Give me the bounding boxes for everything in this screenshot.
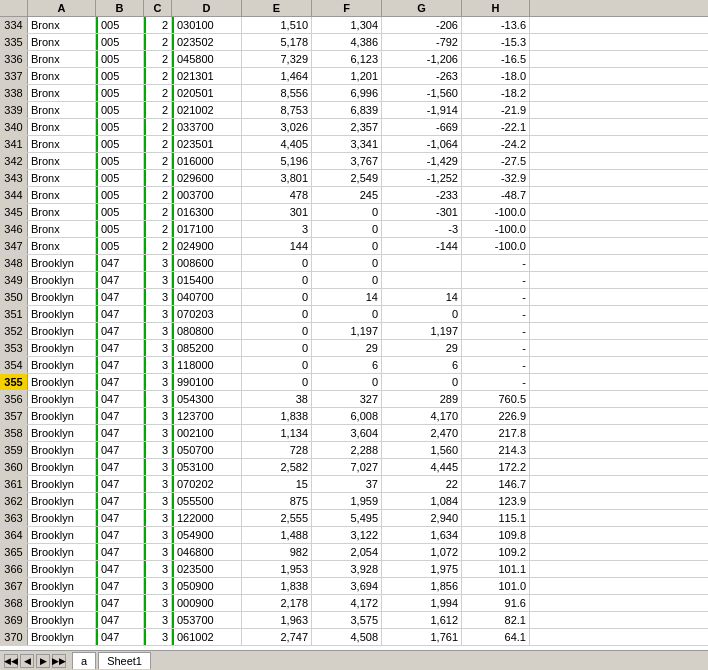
cell-e[interactable]: 8,556 bbox=[242, 85, 312, 101]
cell-d[interactable]: 033700 bbox=[172, 119, 242, 135]
cell-g[interactable]: -144 bbox=[382, 238, 462, 254]
table-row[interactable]: 341Bronx00520235014,4053,341-1,064-24.2 bbox=[0, 136, 708, 153]
cell-d[interactable]: 003700 bbox=[172, 187, 242, 203]
cell-g[interactable]: -206 bbox=[382, 17, 462, 33]
cell-borough[interactable]: Brooklyn bbox=[28, 289, 96, 305]
cell-b[interactable]: 047 bbox=[96, 612, 144, 628]
cell-d[interactable]: 055500 bbox=[172, 493, 242, 509]
cell-d[interactable]: 020501 bbox=[172, 85, 242, 101]
table-row[interactable]: 352Brooklyn047308080001,1971,197- bbox=[0, 323, 708, 340]
table-row[interactable]: 366Brooklyn04730235001,9533,9281,975101.… bbox=[0, 561, 708, 578]
cell-h[interactable]: 64.1 bbox=[462, 629, 530, 645]
cell-borough[interactable]: Bronx bbox=[28, 68, 96, 84]
cell-borough[interactable]: Bronx bbox=[28, 102, 96, 118]
cell-c[interactable]: 3 bbox=[144, 357, 172, 373]
cell-b[interactable]: 047 bbox=[96, 306, 144, 322]
cell-g[interactable] bbox=[382, 255, 462, 271]
cell-e[interactable]: 5,178 bbox=[242, 34, 312, 50]
cell-borough[interactable]: Brooklyn bbox=[28, 476, 96, 492]
cell-c[interactable]: 3 bbox=[144, 629, 172, 645]
cell-h[interactable]: - bbox=[462, 289, 530, 305]
cell-f[interactable]: 6,008 bbox=[312, 408, 382, 424]
cell-c[interactable]: 3 bbox=[144, 323, 172, 339]
cell-e[interactable]: 982 bbox=[242, 544, 312, 560]
cell-c[interactable]: 3 bbox=[144, 527, 172, 543]
cell-c[interactable]: 3 bbox=[144, 391, 172, 407]
cell-e[interactable]: 1,963 bbox=[242, 612, 312, 628]
cell-d[interactable]: 990100 bbox=[172, 374, 242, 390]
cell-e[interactable]: 3 bbox=[242, 221, 312, 237]
cell-d[interactable]: 023501 bbox=[172, 136, 242, 152]
cell-e[interactable]: 1,838 bbox=[242, 408, 312, 424]
cell-g[interactable]: 2,940 bbox=[382, 510, 462, 526]
cell-f[interactable]: 0 bbox=[312, 306, 382, 322]
table-row[interactable]: 360Brooklyn04730531002,5827,0274,445172.… bbox=[0, 459, 708, 476]
cell-b[interactable]: 005 bbox=[96, 136, 144, 152]
cell-e[interactable]: 478 bbox=[242, 187, 312, 203]
cell-h[interactable]: -18.0 bbox=[462, 68, 530, 84]
cell-b[interactable]: 005 bbox=[96, 51, 144, 67]
cell-g[interactable]: -792 bbox=[382, 34, 462, 50]
cell-e[interactable]: 5,196 bbox=[242, 153, 312, 169]
cell-borough[interactable]: Brooklyn bbox=[28, 425, 96, 441]
cell-c[interactable]: 2 bbox=[144, 102, 172, 118]
cell-e[interactable]: 875 bbox=[242, 493, 312, 509]
table-row[interactable]: 369Brooklyn04730537001,9633,5751,61282.1 bbox=[0, 612, 708, 629]
cell-b[interactable]: 005 bbox=[96, 204, 144, 220]
cell-d[interactable]: 021002 bbox=[172, 102, 242, 118]
col-header-g[interactable]: G bbox=[382, 0, 462, 16]
cell-c[interactable]: 3 bbox=[144, 425, 172, 441]
cell-f[interactable]: 2,288 bbox=[312, 442, 382, 458]
cell-h[interactable]: 217.8 bbox=[462, 425, 530, 441]
cell-e[interactable]: 1,464 bbox=[242, 68, 312, 84]
cell-h[interactable]: 101.1 bbox=[462, 561, 530, 577]
cell-f[interactable]: 5,495 bbox=[312, 510, 382, 526]
cell-e[interactable]: 301 bbox=[242, 204, 312, 220]
cell-c[interactable]: 3 bbox=[144, 459, 172, 475]
cell-borough[interactable]: Bronx bbox=[28, 221, 96, 237]
cell-h[interactable]: -13.6 bbox=[462, 17, 530, 33]
cell-borough[interactable]: Brooklyn bbox=[28, 374, 96, 390]
cell-d[interactable]: 061002 bbox=[172, 629, 242, 645]
cell-d[interactable]: 002100 bbox=[172, 425, 242, 441]
table-row[interactable]: 345Bronx00520163003010-301-100.0 bbox=[0, 204, 708, 221]
cell-d[interactable]: 054900 bbox=[172, 527, 242, 543]
cell-b[interactable]: 005 bbox=[96, 17, 144, 33]
cell-h[interactable]: 101.0 bbox=[462, 578, 530, 594]
cell-h[interactable]: - bbox=[462, 323, 530, 339]
table-row[interactable]: 347Bronx00520249001440-144-100.0 bbox=[0, 238, 708, 255]
cell-e[interactable]: 728 bbox=[242, 442, 312, 458]
cell-f[interactable]: 3,604 bbox=[312, 425, 382, 441]
cell-c[interactable]: 3 bbox=[144, 408, 172, 424]
table-row[interactable]: 354Brooklyn0473118000066- bbox=[0, 357, 708, 374]
cell-f[interactable]: 3,341 bbox=[312, 136, 382, 152]
cell-borough[interactable]: Brooklyn bbox=[28, 255, 96, 271]
cell-h[interactable]: 214.3 bbox=[462, 442, 530, 458]
cell-borough[interactable]: Bronx bbox=[28, 187, 96, 203]
cell-g[interactable]: 1,197 bbox=[382, 323, 462, 339]
table-row[interactable]: 334Bronx00520301001,5101,304-206-13.6 bbox=[0, 17, 708, 34]
cell-borough[interactable]: Brooklyn bbox=[28, 391, 96, 407]
cell-b[interactable]: 047 bbox=[96, 595, 144, 611]
table-row[interactable]: 358Brooklyn04730021001,1343,6042,470217.… bbox=[0, 425, 708, 442]
cell-h[interactable]: 123.9 bbox=[462, 493, 530, 509]
cell-e[interactable]: 38 bbox=[242, 391, 312, 407]
cell-borough[interactable]: Bronx bbox=[28, 34, 96, 50]
cell-f[interactable]: 29 bbox=[312, 340, 382, 356]
cell-g[interactable]: 1,612 bbox=[382, 612, 462, 628]
cell-c[interactable]: 2 bbox=[144, 204, 172, 220]
cell-b[interactable]: 047 bbox=[96, 476, 144, 492]
cell-f[interactable]: 0 bbox=[312, 204, 382, 220]
cell-borough[interactable]: Bronx bbox=[28, 85, 96, 101]
cell-d[interactable]: 053700 bbox=[172, 612, 242, 628]
table-row[interactable]: 349Brooklyn047301540000- bbox=[0, 272, 708, 289]
cell-c[interactable]: 3 bbox=[144, 544, 172, 560]
cell-g[interactable]: 29 bbox=[382, 340, 462, 356]
cell-borough[interactable]: Brooklyn bbox=[28, 510, 96, 526]
cell-f[interactable]: 2,549 bbox=[312, 170, 382, 186]
cell-b[interactable]: 005 bbox=[96, 119, 144, 135]
cell-b[interactable]: 047 bbox=[96, 272, 144, 288]
cell-d[interactable]: 015400 bbox=[172, 272, 242, 288]
cell-g[interactable]: 1,856 bbox=[382, 578, 462, 594]
cell-c[interactable]: 3 bbox=[144, 510, 172, 526]
